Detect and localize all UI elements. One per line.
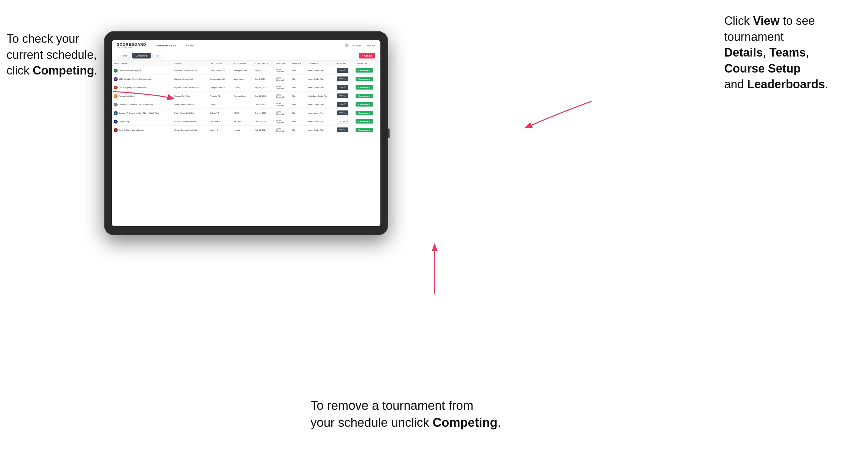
create-button[interactable]: + Create	[359, 53, 375, 59]
col-event-name: EVENT NAME	[112, 61, 172, 66]
scoring-cell: team, Stroke Play	[306, 126, 335, 134]
col-gender: GENDER	[290, 61, 307, 66]
scoring-cell: team, Stroke Play	[306, 75, 335, 83]
actions-cell: View ⓘ	[335, 100, 354, 109]
tab-home[interactable]: Home	[117, 53, 131, 59]
table-row: H John A. Burns Intercollegiate Ocean Co…	[112, 126, 380, 134]
view-button[interactable]: View ⓘ	[337, 102, 348, 107]
gender-cell: Men	[290, 117, 307, 126]
competing-button[interactable]: Competing ✓	[355, 111, 373, 115]
scoring-cell: individual, Stroke Play	[306, 92, 335, 100]
event-name: OFCC Fighting Illini Invitational	[119, 87, 146, 89]
competing-cell: Competing ✓	[353, 100, 380, 109]
view-button[interactable]: View ⓘ	[337, 85, 348, 90]
event-name: 2023 Sahalee Players Championship	[119, 78, 151, 80]
scoring-cell: team, Stroke Play	[306, 66, 335, 75]
competing-button[interactable]: Competing ✓	[355, 102, 373, 106]
nav-tournaments[interactable]: TOURNAMENTS	[154, 44, 176, 47]
venue-cell: Trinity Forest Golf Club	[172, 100, 208, 109]
col-venue: VENUE	[172, 61, 208, 66]
view-button[interactable]: View ⓘ	[337, 111, 348, 115]
filter-bar: Home Competing All + Create	[112, 51, 380, 61]
hosted_by-cell	[232, 100, 253, 109]
navbar-right: Test User | Sign out	[345, 43, 375, 48]
competing-button[interactable]: Competing ✓	[355, 128, 373, 132]
start_date-cell: Sep 4, 2023	[253, 66, 274, 75]
view-button[interactable]: View ⓘ	[337, 76, 348, 82]
division-cell: NCAADivision I	[274, 83, 290, 92]
event-name-cell: H John A. Burns Intercollegiate	[112, 126, 172, 134]
team-logo: A	[114, 120, 118, 124]
hosted_by-cell: Hawaii	[232, 126, 253, 134]
edit-button[interactable]: ✏ Edit	[337, 119, 348, 124]
col-division: DIVISION	[274, 61, 290, 66]
city_state-cell: Grand Haven, MI	[208, 66, 232, 75]
start_date-cell: Sep 15, 2023	[253, 83, 274, 92]
tab-all[interactable]: All	[152, 53, 162, 59]
scoring-cell: team, Match Play	[306, 117, 335, 126]
venue-cell: Papago Golf Club	[172, 92, 208, 100]
table-row: P Papago Individual Papago Golf ClubPhoe…	[112, 92, 380, 100]
hosted_by-cell: Illinois	[232, 83, 253, 92]
venue-cell: American Dunes Golf Club	[172, 66, 208, 75]
scoring-cell: team, Stroke Play	[306, 83, 335, 92]
division-cell: NCAADivision I	[274, 126, 290, 134]
table-row: F Folds of Honor Collegiate American Dun…	[112, 66, 380, 75]
division-cell: NCAADivision I	[274, 92, 290, 100]
actions-cell: View ⓘ	[335, 66, 354, 75]
competing-bold-label: Competing	[33, 64, 94, 77]
actions-cell: View ⓘ	[335, 109, 354, 117]
venue-cell: Ocean Course At Hokuala	[172, 126, 208, 134]
gender-cell: Men	[290, 109, 307, 117]
gender-cell: Men	[290, 75, 307, 83]
competing-cell: Competing ✓	[353, 75, 380, 83]
event-name-cell: W 2023 Sahalee Players Championship	[112, 75, 172, 83]
col-actions: ACTIONS	[335, 61, 354, 66]
actions-cell: ✏ Edit	[335, 117, 354, 126]
event-name-cell: A Copper Cup	[112, 117, 172, 126]
competing-button[interactable]: Competing ✓	[355, 94, 373, 98]
competing-button[interactable]: Competing ✓	[355, 77, 373, 81]
annotation-bottom: To remove a tournament from your schedul…	[310, 397, 539, 431]
table-row: A Copper Cup Ak-Chin Southern DunesMaric…	[112, 117, 380, 126]
navbar: SCOREBOARD Powered by clipp TOURNAMENTS …	[112, 40, 380, 51]
sign-out-link[interactable]: Sign out	[367, 44, 375, 47]
brand-sub: Powered by clipp	[117, 46, 146, 48]
gender-cell: Men	[290, 92, 307, 100]
view-button[interactable]: View ⓘ	[337, 93, 348, 98]
tab-competing[interactable]: Competing	[132, 53, 151, 59]
competing-button[interactable]: Competing ✓	[355, 85, 373, 90]
view-button[interactable]: View ⓘ	[337, 68, 348, 73]
event-name: John A. Burns Intercollegiate	[119, 129, 144, 131]
competing-cell: Competing ✓	[353, 126, 380, 134]
team-logo: F	[114, 69, 118, 72]
actions-cell: View ⓘ	[335, 126, 354, 134]
annotation-top-right: Click View to see tournament Details, Te…	[724, 13, 862, 92]
table-row: J Jackson T. Stephens Cup – Men's Match …	[112, 109, 380, 117]
start_date-cell: Oct 9, 2023	[253, 100, 274, 109]
annotation-top-left: To check your current schedule, click Co…	[6, 31, 111, 79]
competing-cell: Competing ✓	[353, 109, 380, 117]
view-button[interactable]: View ⓘ	[337, 127, 348, 132]
actions-cell: View ⓘ	[335, 83, 354, 92]
scoring-cell: team, Stroke Play	[306, 100, 335, 109]
competing-cell: Competing ✓	[353, 117, 380, 126]
competing-button[interactable]: Competing ✓	[355, 68, 373, 72]
event-name-cell: P Papago Individual	[112, 92, 172, 100]
brand: SCOREBOARD Powered by clipp	[117, 43, 146, 48]
start_date-cell: Feb 15, 2024	[253, 126, 274, 134]
city_state-cell: Lihue, HI	[208, 126, 232, 134]
nav-teams[interactable]: TEAMS	[184, 44, 194, 47]
gender-cell: Men	[290, 83, 307, 92]
competing-button[interactable]: Competing ✓	[355, 119, 373, 124]
event-name: Jackson T. Stephens Cup – Stroke Play	[119, 103, 153, 105]
city_state-cell: Olympia Fields, IL	[208, 83, 232, 92]
team-logo: J	[114, 103, 118, 106]
hosted_by-cell: ABAC	[232, 109, 253, 117]
venue-cell: Trinity Forest Golf Club	[172, 109, 208, 117]
city_state-cell: Maricopa, AZ	[208, 117, 232, 126]
col-scoring: SCORING	[306, 61, 335, 66]
gender-cell: Men	[290, 66, 307, 75]
hosted_by-cell: Arizona State	[232, 92, 253, 100]
start_date-cell: Oct 11, 2023	[253, 109, 274, 117]
